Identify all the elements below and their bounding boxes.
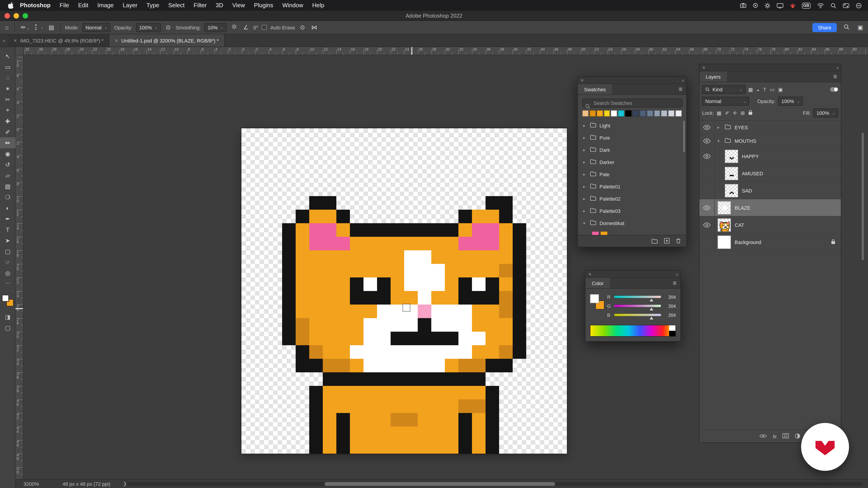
slider-thumb[interactable] bbox=[650, 317, 653, 320]
eyedropper-tool[interactable]: ⌖ bbox=[0, 105, 16, 116]
close-panel-icon[interactable]: ✕ bbox=[581, 78, 584, 83]
brush-preset-caret-icon[interactable]: ⌄ bbox=[40, 25, 43, 29]
move-tool[interactable]: ↖ bbox=[0, 51, 16, 61]
dock-collapse-icon[interactable]: » bbox=[0, 34, 8, 46]
swatch[interactable] bbox=[661, 110, 668, 117]
horizontal-scrollbar[interactable] bbox=[127, 482, 863, 486]
visibility-eye-empty[interactable] bbox=[700, 234, 715, 250]
swatch[interactable] bbox=[618, 110, 625, 117]
swatch[interactable] bbox=[654, 110, 660, 117]
layer-row-eyes[interactable]: ▸EYES bbox=[700, 121, 841, 134]
minimize-window-button[interactable] bbox=[13, 13, 19, 19]
search-icon[interactable] bbox=[842, 24, 850, 31]
layer-row-sad[interactable]: SAD bbox=[700, 182, 841, 199]
swatch-group-pure[interactable]: ▸Pure bbox=[578, 131, 686, 144]
blur-tool[interactable]: ❍ bbox=[0, 192, 16, 202]
zoom-window-button[interactable] bbox=[23, 13, 28, 19]
healing-tool[interactable]: ✚ bbox=[0, 116, 16, 127]
path-selection-tool[interactable]: ➤ bbox=[0, 235, 16, 246]
shape-filter-icon[interactable]: ▭ bbox=[770, 87, 775, 92]
home-icon[interactable]: ⌂ bbox=[4, 24, 10, 31]
foreground-color-swatch[interactable] bbox=[2, 295, 9, 302]
type-filter-icon[interactable]: T bbox=[763, 87, 766, 92]
app-title-bar[interactable]: Adobe Photoshop 2022 bbox=[0, 11, 868, 21]
search-input[interactable] bbox=[582, 98, 683, 107]
lock-all-icon[interactable] bbox=[748, 110, 753, 116]
share-button[interactable]: Share bbox=[813, 23, 837, 32]
adjustment-icon[interactable] bbox=[795, 433, 800, 440]
gear-icon[interactable] bbox=[764, 2, 770, 8]
menu-filter[interactable]: Filter bbox=[189, 0, 211, 11]
brush-angle-value[interactable]: 0° bbox=[253, 25, 258, 30]
color-spectrum-bar[interactable] bbox=[590, 325, 676, 337]
swatch[interactable] bbox=[604, 110, 610, 117]
current-tool-icon[interactable]: ✏ ⌄ bbox=[20, 24, 31, 31]
swatch-group-darker[interactable]: ▸Darker bbox=[578, 156, 686, 168]
lock-paint-icon[interactable]: ✐ bbox=[725, 110, 729, 116]
panel-menu-icon[interactable]: ≣ bbox=[833, 74, 837, 79]
channel-slider[interactable] bbox=[614, 314, 661, 316]
spectrum-rainbow[interactable] bbox=[590, 325, 669, 336]
link-icon[interactable] bbox=[760, 433, 767, 439]
layer-row-amused[interactable]: AMUSED bbox=[700, 165, 841, 182]
document-canvas[interactable] bbox=[241, 128, 567, 454]
keyboard-icon[interactable]: GB bbox=[802, 2, 811, 8]
disclosure-triangle-icon[interactable]: ▸ bbox=[717, 125, 721, 129]
collapse-panel-icon[interactable]: « bbox=[682, 78, 684, 83]
swatch-group-palette01[interactable]: ▸Palette01 bbox=[578, 180, 686, 193]
screen-mode-icon[interactable]: ▢ bbox=[0, 324, 16, 331]
adjustment-filter-icon[interactable]: ◒ bbox=[756, 87, 760, 92]
brush-preset-picker[interactable]: 1 bbox=[35, 24, 37, 30]
disclosure-triangle-icon[interactable]: ▾ bbox=[717, 138, 721, 143]
swatch[interactable] bbox=[669, 110, 675, 117]
auto-erase-checkbox[interactable] bbox=[262, 25, 267, 30]
close-panel-icon[interactable]: ✕ bbox=[702, 65, 706, 70]
mode-dropdown[interactable]: Normal⌄ bbox=[83, 23, 111, 32]
symmetry-icon[interactable]: ⋈ bbox=[310, 24, 318, 31]
disclosure-triangle-icon[interactable]: ▸ bbox=[583, 148, 587, 152]
menu-3d[interactable]: 3D bbox=[211, 0, 228, 11]
layer-row-mouths[interactable]: ▾MOUTHS bbox=[700, 134, 841, 148]
swatch-group-domestikat[interactable]: ▾Domestikat bbox=[578, 217, 686, 229]
layer-thumbnail[interactable] bbox=[725, 149, 738, 163]
channel-slider[interactable] bbox=[614, 295, 661, 298]
smart-object-filter-icon[interactable]: ▣ bbox=[778, 87, 783, 92]
brush-tool[interactable]: ✐ bbox=[0, 127, 16, 137]
menu-photoshop[interactable]: Photoshop bbox=[16, 0, 55, 11]
layer-row-cat[interactable]: CAT bbox=[700, 217, 841, 234]
circle-icon[interactable] bbox=[752, 3, 758, 8]
filter-toggle[interactable] bbox=[830, 87, 838, 92]
menu-window[interactable]: Window bbox=[278, 0, 308, 11]
history-brush-tool[interactable]: ↺ bbox=[0, 159, 16, 170]
disclosure-triangle-icon[interactable]: ▸ bbox=[583, 160, 587, 164]
visibility-eye-icon[interactable] bbox=[700, 148, 715, 164]
siri-icon[interactable] bbox=[856, 2, 862, 8]
layer-mask-icon[interactable] bbox=[782, 433, 789, 439]
layer-thumbnail[interactable] bbox=[725, 184, 738, 197]
swatch[interactable] bbox=[675, 110, 682, 117]
visibility-eye-empty[interactable] bbox=[700, 182, 715, 199]
new-group-icon[interactable] bbox=[651, 237, 658, 245]
swatch[interactable] bbox=[582, 110, 589, 117]
slider-thumb[interactable] bbox=[650, 299, 653, 301]
channel-value[interactable]: 204 bbox=[664, 294, 676, 299]
disclosure-triangle-icon[interactable]: ▸ bbox=[583, 123, 587, 128]
swatch-group-dark[interactable]: ▸Dark bbox=[578, 144, 686, 156]
status-options-chevron-icon[interactable]: ❯ bbox=[123, 481, 127, 486]
crop-tool[interactable]: ✂ bbox=[0, 94, 16, 105]
layer-thumbnail[interactable] bbox=[717, 218, 731, 232]
lock-transparency-icon[interactable]: ▦ bbox=[717, 110, 721, 116]
menu-view[interactable]: View bbox=[228, 0, 250, 11]
brush-panel-toggle-icon[interactable]: ▤ bbox=[47, 24, 56, 31]
visibility-eye-icon[interactable] bbox=[700, 134, 715, 147]
layer-row-happy[interactable]: HAPPY bbox=[700, 148, 841, 165]
swatch[interactable] bbox=[632, 110, 639, 117]
tab-close-icon[interactable]: ✕ bbox=[13, 38, 17, 43]
layer-row-background[interactable]: Background bbox=[700, 234, 841, 251]
spotlight-icon[interactable] bbox=[831, 2, 836, 8]
wifi-icon[interactable] bbox=[817, 2, 824, 8]
control-center-icon[interactable] bbox=[843, 3, 849, 8]
blend-mode-dropdown[interactable]: Normal⌄ bbox=[702, 97, 749, 106]
layer-thumbnail[interactable] bbox=[717, 201, 731, 215]
vertical-ruler[interactable]: 1 08642024681 01 21 41 61 82 02 22 42 62… bbox=[16, 55, 24, 479]
